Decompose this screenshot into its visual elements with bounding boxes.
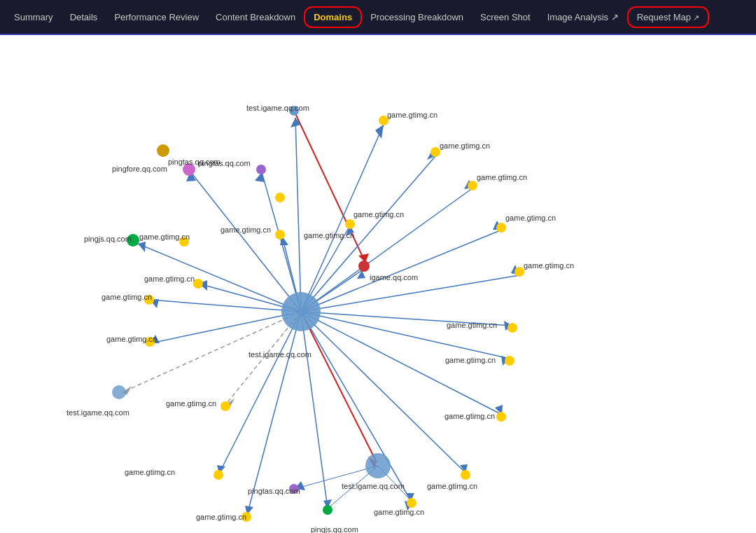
node-label-game-gtimg-3: game.gtimg.cn xyxy=(477,173,527,181)
node-label-n2: test.igame.qq.com xyxy=(342,482,405,490)
svg-point-86 xyxy=(256,165,266,174)
node-label-center: test.igame.qq.com xyxy=(248,350,312,359)
node-label-game-gtimg-14: game.gtimg.cn xyxy=(106,335,157,343)
svg-line-6 xyxy=(301,312,377,462)
svg-line-16 xyxy=(301,230,502,312)
node-label-game-gtimg-1: game.gtimg.cn xyxy=(387,111,438,119)
svg-point-59 xyxy=(281,292,321,331)
svg-point-71 xyxy=(496,412,506,422)
tab-content-breakdown[interactable]: Content Breakdown xyxy=(207,8,304,27)
svg-point-85 xyxy=(157,144,169,157)
node-label-game-gtimg-12: game.gtimg.cn xyxy=(125,468,175,476)
svg-point-67 xyxy=(496,223,506,233)
node-label-game-gtimg-19: game.gtimg.cn xyxy=(304,231,354,240)
node-label-pingfore: pingfore.qq.com xyxy=(112,165,167,173)
svg-line-14 xyxy=(301,188,473,312)
svg-point-73 xyxy=(407,498,416,508)
svg-point-61 xyxy=(112,385,126,399)
node-label-n3: test.igame.qq.com xyxy=(66,408,130,417)
node-label-game-gtimg-13: game.gtimg.cn xyxy=(166,399,216,408)
tab-summary[interactable]: Summary xyxy=(6,8,62,27)
node-label-game-gtimg-20: game.gtimg.cn xyxy=(354,210,404,219)
navigation-bar: Summary Details Performance Review Conte… xyxy=(0,0,756,35)
main-content: test.igame.qq.com game.gtimg.cn game.gti… xyxy=(0,35,756,533)
node-label-pingtas-bottom: pingtas.qq.com xyxy=(248,487,300,495)
tab-processing-breakdown[interactable]: Processing Breakdown xyxy=(362,8,472,27)
tab-request-map[interactable]: Request Map xyxy=(627,6,709,28)
domain-network-graph[interactable]: test.igame.qq.com game.gtimg.cn game.gti… xyxy=(0,35,756,533)
node-label-game-gtimg-6: game.gtimg.cn xyxy=(447,321,497,329)
svg-point-69 xyxy=(507,323,517,333)
svg-line-4 xyxy=(294,111,365,263)
svg-point-60 xyxy=(365,453,391,478)
node-label-game-gtimg-9: game.gtimg.cn xyxy=(427,482,477,490)
svg-point-62 xyxy=(358,261,370,272)
svg-marker-41 xyxy=(138,242,146,252)
svg-point-68 xyxy=(514,267,524,277)
node-label-game-gtimg-7: game.gtimg.cn xyxy=(445,356,496,364)
tab-domains[interactable]: Domains xyxy=(304,6,362,28)
node-label-game-gtimg-17: game.gtimg.cn xyxy=(144,275,195,283)
svg-point-77 xyxy=(214,470,223,480)
node-label-game-gtimg-8: game.gtimg.cn xyxy=(444,412,495,420)
node-label-game-gtimg-2: game.gtimg.cn xyxy=(440,141,490,150)
node-label-pingjs-left: pingjs.qq.com xyxy=(84,235,132,243)
svg-line-8 xyxy=(295,118,301,312)
tab-screen-shot[interactable]: Screen Shot xyxy=(472,8,539,27)
svg-point-89 xyxy=(275,193,285,202)
svg-point-87 xyxy=(275,230,285,240)
svg-line-36 xyxy=(150,312,301,343)
svg-line-34 xyxy=(219,312,301,473)
tab-details[interactable]: Details xyxy=(62,8,106,27)
svg-marker-11 xyxy=(375,125,384,139)
svg-line-30 xyxy=(301,312,328,508)
node-label-test-igame: test.igame.qq.com xyxy=(246,104,309,112)
node-label-pingjs-bottom: pingjs.qq.com xyxy=(311,525,358,533)
node-label-game-gtimg-11: game.gtimg.cn xyxy=(196,513,246,521)
svg-point-66 xyxy=(468,181,477,191)
node-label-pingtas-mid: pingtas.qq.com xyxy=(198,159,251,167)
node-label-game-gtimg-5: game.gtimg.cn xyxy=(524,261,574,270)
node-label-game-gtimg-16: game.gtimg.cn xyxy=(139,233,190,241)
tab-performance-review[interactable]: Performance Review xyxy=(106,8,207,27)
svg-point-70 xyxy=(505,356,514,366)
svg-point-78 xyxy=(220,401,230,411)
svg-point-88 xyxy=(345,219,355,229)
node-label-game-gtimg-15: game.gtimg.cn xyxy=(102,293,152,301)
node-label-game-gtimg-18: game.gtimg.cn xyxy=(220,226,271,234)
svg-point-65 xyxy=(430,147,440,157)
tab-image-analysis[interactable]: Image Analysis ↗ xyxy=(539,8,627,27)
node-label-game-gtimg-4: game.gtimg.cn xyxy=(505,214,556,222)
node-label-igame: igame.qq.com xyxy=(370,273,418,282)
node-label-game-gtimg-10: game.gtimg.cn xyxy=(374,508,424,516)
svg-point-72 xyxy=(461,470,470,480)
svg-point-74 xyxy=(323,505,332,515)
svg-line-26 xyxy=(301,312,465,473)
